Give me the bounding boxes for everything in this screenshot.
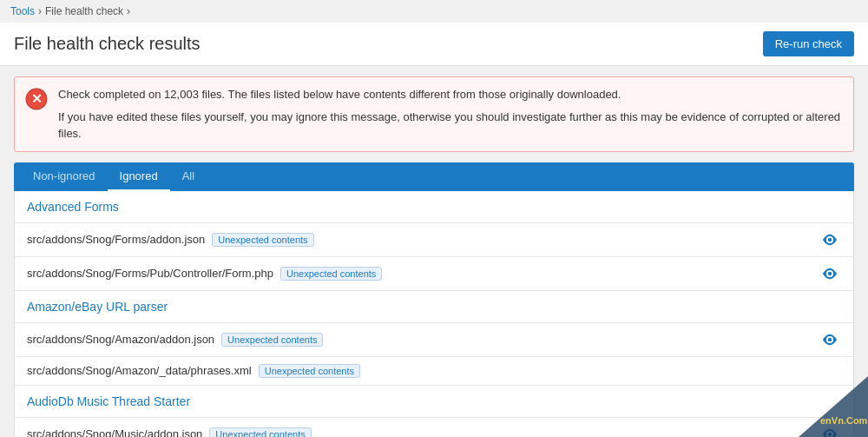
file-name: src/addons/Snog/Amazon/_data/phrases.xml	[27, 364, 252, 377]
alert-line1: Check completed on 12,003 files. The fil…	[58, 86, 841, 103]
file-row: src/addons/Snog/Amazon/addon.json Unexpe…	[15, 322, 853, 356]
view-file-button[interactable]	[819, 230, 841, 249]
breadcrumb: Tools › File health check ›	[0, 0, 868, 23]
file-path: src/addons/Snog/Amazon/_data/phrases.xml…	[27, 364, 360, 378]
section-advanced-forms: Advanced Forms	[15, 191, 853, 222]
tabs-container: Non-ignored Ignored All	[14, 162, 854, 191]
view-file-button[interactable]	[819, 425, 841, 438]
file-name: src/addons/Snog/Music/addon.json	[27, 427, 202, 437]
unexpected-badge: Unexpected contents	[259, 364, 360, 378]
file-row: src/addons/Snog/Amazon/_data/phrases.xml…	[15, 356, 853, 385]
breadcrumb-sep2: ›	[127, 5, 130, 17]
file-name: src/addons/Snog/Forms/addon.json	[27, 233, 205, 246]
alert-icon: ✕	[25, 88, 48, 110]
svg-text:✕: ✕	[31, 91, 43, 106]
unexpected-badge: Unexpected contents	[221, 333, 323, 347]
file-path: src/addons/Snog/Forms/Pub/Controller/For…	[27, 267, 382, 281]
unexpected-badge: Unexpected contents	[280, 267, 382, 281]
breadcrumb-current: File health check	[45, 5, 123, 17]
alert-box: ✕ Check completed on 12,003 files. The f…	[14, 76, 854, 152]
eye-icon	[822, 232, 838, 248]
eye-icon	[822, 332, 838, 348]
tab-all[interactable]: All	[170, 162, 207, 192]
file-name: src/addons/Snog/Forms/Pub/Controller/For…	[27, 267, 273, 280]
eye-icon	[822, 427, 838, 438]
view-file-button[interactable]	[819, 264, 841, 283]
file-path: src/addons/Snog/Music/addon.json Unexpec…	[27, 427, 312, 438]
tab-ignored[interactable]: Ignored	[108, 162, 170, 192]
file-row: src/addons/Snog/Music/addon.json Unexpec…	[15, 417, 853, 438]
breadcrumb-tools-link[interactable]: Tools	[10, 5, 35, 17]
unexpected-badge: Unexpected contents	[212, 233, 313, 247]
eye-icon	[822, 266, 838, 281]
tab-non-ignored[interactable]: Non-ignored	[21, 162, 108, 192]
alert-line2: If you have edited these files yourself,…	[58, 109, 841, 142]
file-row: src/addons/Snog/Forms/Pub/Controller/For…	[15, 256, 853, 290]
section-amazon-ebay: Amazon/eBay URL parser	[15, 290, 853, 322]
file-path: src/addons/Snog/Forms/addon.json Unexpec…	[27, 233, 314, 247]
rerun-check-button[interactable]: Re-run check	[763, 31, 854, 56]
page-title: File health check results	[14, 34, 201, 54]
file-row: src/addons/Snog/Forms/addon.json Unexpec…	[15, 222, 853, 256]
section-audiodb: AudioDb Music Thread Starter	[15, 385, 853, 417]
tabs: Non-ignored Ignored All	[14, 162, 854, 191]
file-name: src/addons/Snog/Amazon/addon.json	[27, 333, 214, 346]
content-area: Advanced Forms src/addons/Snog/Forms/add…	[14, 191, 854, 438]
page-header: File health check results Re-run check	[0, 23, 868, 66]
file-path: src/addons/Snog/Amazon/addon.json Unexpe…	[27, 333, 323, 347]
view-file-button[interactable]	[819, 330, 841, 349]
breadcrumb-sep1: ›	[38, 5, 42, 17]
unexpected-badge: Unexpected contents	[209, 427, 311, 438]
